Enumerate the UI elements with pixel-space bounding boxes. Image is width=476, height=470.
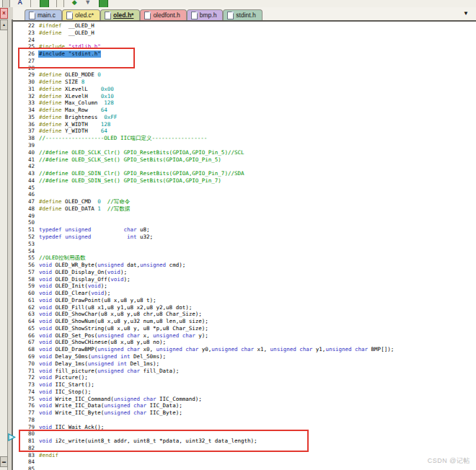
code-line[interactable]: 40//#define OLED_SCLK_Clr() GPIO_ResetBi… (13, 149, 476, 156)
line-text: void Write_IIC_Command(unsigned char IIC… (38, 396, 202, 403)
code-line[interactable]: 62void OLED_Fill(u8 x1,u8 y1,u8 x2,u8 y2… (13, 304, 476, 311)
code-line[interactable]: 44//#define OLED_SDIN_Set() GPIO_SetBits… (13, 177, 476, 185)
code-line[interactable]: 85 (13, 466, 476, 470)
code-line[interactable]: 39 (13, 142, 476, 149)
line-text (38, 219, 39, 226)
tab-label: main.c (38, 12, 56, 19)
line-number: 30 (13, 79, 38, 86)
line-number: 31 (13, 86, 38, 93)
code-line[interactable]: 32#define XLevelH 0x10 (13, 93, 476, 100)
scroll-up-button[interactable]: ▲ (0, 19, 8, 30)
tab-list-dropdown-icon[interactable]: ▼ (463, 10, 469, 17)
code-line[interactable]: 61void OLED_DrawPoint(u8 x,u8 y,u8 t); (13, 297, 476, 304)
line-number: 62 (13, 304, 38, 311)
code-line[interactable]: 29#define OLED_MODE 0 (13, 71, 476, 79)
code-line[interactable]: 42 (13, 163, 476, 170)
code-line[interactable]: 68void OLED_DrawBMP(unsigned char x0, un… (13, 346, 476, 353)
line-text: void Write_IIC_Data(unsigned char IIC_Da… (38, 402, 182, 409)
line-text: #define Max_Row 64 (38, 107, 107, 114)
code-line[interactable]: 83#endif (13, 452, 476, 459)
line-number: 84 (13, 458, 38, 466)
code-line[interactable]: 55//OLED控制用函数 (13, 254, 476, 262)
code-line[interactable]: 24 (13, 37, 476, 44)
line-text (38, 191, 39, 198)
scroll-bottom-button[interactable]: ▬ (0, 456, 8, 467)
line-text: #define __OLED_H (38, 30, 94, 37)
code-line[interactable]: 36#define X_WIDTH 128 (13, 121, 476, 128)
tab-main-c[interactable]: main.c (25, 9, 62, 20)
code-line[interactable]: 58void OLED_Display_Off(void); (13, 276, 476, 283)
line-number: 85 (13, 466, 38, 470)
left-scrollbar[interactable]: ▲ ▬ (0, 19, 8, 470)
code-line[interactable]: 37#define Y_WIDTH 64 (13, 128, 476, 135)
code-line[interactable]: 45 (13, 185, 476, 192)
code-line[interactable]: 31#define XLevelL 0x00 (13, 86, 476, 93)
code-line[interactable]: 35#define Brightness 0xFF (13, 114, 476, 121)
code-line[interactable]: 34#define Max_Row 64 (13, 107, 476, 114)
code-line[interactable]: 49 (13, 213, 476, 220)
code-line[interactable]: 66void OLED_Set_Pos(unsigned char x, uns… (13, 332, 476, 340)
code-line[interactable]: 48#define OLED_DATA 1 //写数据 (13, 205, 476, 213)
code-line[interactable]: 54 (13, 248, 476, 255)
code-line[interactable]: 43//#define OLED_SDIN_Clr() GPIO_ResetBi… (13, 170, 476, 177)
line-text (38, 142, 39, 149)
code-line[interactable]: 75void Write_IIC_Command(unsigned char I… (13, 396, 476, 403)
funnel-icon[interactable]: ▼ (84, 0, 91, 6)
code-line[interactable]: 63void OLED_ShowChar(u8 x,u8 y,u8 chr,u8… (13, 311, 476, 318)
line-text (38, 458, 39, 466)
line-text: void Write_IIC_Byte(unsigned char IIC_By… (38, 409, 182, 417)
code-line[interactable]: 33#define Max_Column 128 (13, 99, 476, 107)
panel-close-button[interactable]: x (0, 8, 8, 19)
tab-bmp-h[interactable]: bmp.h (187, 9, 224, 20)
tab-oled-h[interactable]: oled.h* (100, 9, 140, 21)
line-text: //#define OLED_SDIN_Set() GPIO_SetBits(G… (38, 177, 221, 185)
find-icon[interactable]: A (17, 0, 22, 6)
code-line[interactable]: 69void Delay_50ms(unsigned int Del_50ms)… (13, 353, 476, 360)
line-number: 61 (13, 297, 38, 304)
code-line[interactable]: 56void OLED_WR_Byte(unsigned dat,unsigne… (13, 262, 476, 269)
code-line[interactable]: 47#define OLED_CMD 0 //写命令 (13, 198, 476, 205)
code-line[interactable]: 65void OLED_ShowString(u8 x,u8 y, u8 *p,… (13, 325, 476, 332)
line-number: 60 (13, 290, 38, 297)
line-number: 75 (13, 396, 38, 403)
line-number: 68 (13, 346, 38, 353)
code-line[interactable]: 41//#define OLED_SCLK_Set() GPIO_SetBits… (13, 156, 476, 164)
code-line[interactable]: 46 (13, 191, 476, 198)
code-line[interactable]: 50 (13, 219, 476, 226)
code-line[interactable]: 64void OLED_ShowNum(u8 x,u8 y,u32 num,u8… (13, 318, 476, 325)
code-line[interactable]: 84 (13, 458, 476, 466)
code-editor[interactable]: 22#ifndef __OLED_H23#define __OLED_H2425… (13, 20, 476, 470)
line-text: //------------------OLED IIC端口定义--------… (38, 135, 207, 142)
line-text: #ifndef __OLED_H (38, 22, 94, 30)
code-line[interactable]: 53 (13, 241, 476, 248)
line-text: void Delay_1ms(unsigned int Del_1ms); (38, 360, 159, 368)
tab-oledfont-h[interactable]: oledfont.h (140, 9, 186, 20)
code-line[interactable]: 38//------------------OLED IIC端口定义------… (13, 135, 476, 142)
code-line[interactable]: 72void Picture(); (13, 374, 476, 381)
line-text: typedef unsigned int u32; (38, 234, 153, 241)
code-line[interactable]: 22#ifndef __OLED_H (13, 22, 476, 30)
code-line[interactable]: 70void Delay_1ms(unsigned int Del_1ms); (13, 360, 476, 368)
code-line[interactable]: 51typedef unsigned char u8; (13, 226, 476, 234)
code-line[interactable]: 77void Write_IIC_Byte(unsigned char IIC_… (13, 409, 476, 417)
code-line[interactable]: 52typedef unsigned int u32; (13, 234, 476, 241)
tab-stdint-h[interactable]: stdint.h (223, 9, 262, 20)
line-text: //#define OLED_SDIN_Clr() GPIO_ResetBits… (38, 170, 244, 177)
line-number: 34 (13, 107, 38, 114)
diamond-icon[interactable]: ◆ (72, 0, 77, 6)
line-text: void OLED_Set_Pos(unsigned char x, unsig… (38, 332, 208, 340)
line-number: 45 (13, 185, 38, 192)
code-line[interactable]: 76void Write_IIC_Data(unsigned char IIC_… (13, 402, 476, 409)
code-line[interactable]: 23#define __OLED_H (13, 30, 476, 37)
code-line[interactable]: 59void OLED_Init(void); (13, 283, 476, 290)
code-line[interactable]: 78 (13, 417, 476, 424)
code-line[interactable]: 71void fill_picture(unsigned char fill_D… (13, 368, 476, 375)
tab-oled-c[interactable]: oled.c* (62, 9, 100, 20)
code-line[interactable]: 74void IIC_Stop(); (13, 389, 476, 396)
line-number: 70 (13, 360, 38, 368)
code-line[interactable]: 30#define SIZE 8 (13, 79, 476, 86)
code-line[interactable]: 60void OLED_Clear(void); (13, 290, 476, 297)
code-line[interactable]: 67void OLED_ShowCHinese(u8 x,u8 y,u8 no)… (13, 339, 476, 346)
code-line[interactable]: 73void IIC_Start(); (13, 381, 476, 389)
code-line[interactable]: 57void OLED_Display_On(void); (13, 269, 476, 276)
